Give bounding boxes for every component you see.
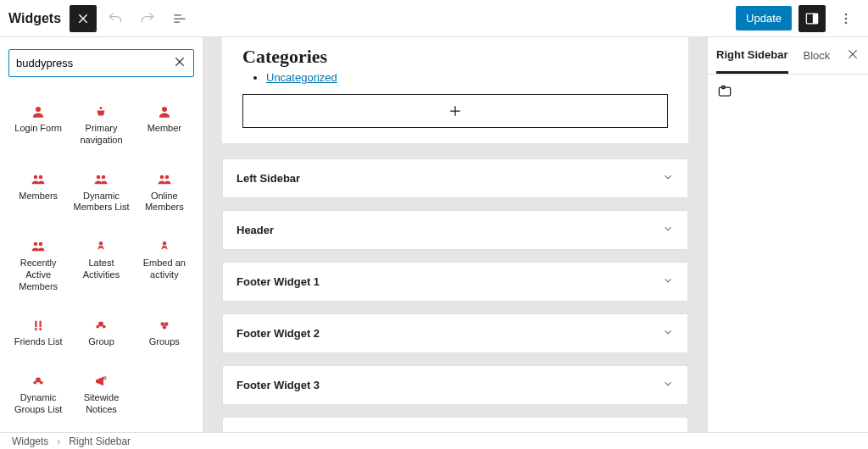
svg-point-3 xyxy=(845,17,848,19)
breadcrumb-current[interactable]: Right Sidebar xyxy=(69,435,131,447)
redo-button[interactable] xyxy=(134,5,161,32)
block-results-grid: Login FormPrimary navigationMemberMember… xyxy=(8,97,194,419)
svg-point-23 xyxy=(97,325,100,329)
group-icon xyxy=(10,370,66,392)
svg-point-27 xyxy=(163,325,167,330)
block-friends-list[interactable]: Friends List xyxy=(8,311,68,352)
svg-point-30 xyxy=(40,381,43,385)
block-label: Dynamic Groups List xyxy=(10,392,66,416)
area-label: Footer Widget 3 xyxy=(236,379,320,391)
block-label: Login Form xyxy=(10,123,66,135)
editor-canvas: Categories Uncategorized Left SidebarHea… xyxy=(203,37,707,432)
undo-button[interactable] xyxy=(102,5,129,32)
widget-area-icon xyxy=(716,90,733,103)
svg-point-11 xyxy=(102,175,106,179)
breadcrumb-root[interactable]: Widgets xyxy=(12,435,48,447)
svg-point-4 xyxy=(845,21,848,24)
block-label: Online Members xyxy=(136,191,192,214)
block-online-members[interactable]: Online Members xyxy=(135,165,194,218)
toolbar-left: Widgets xyxy=(8,5,193,32)
groups-icon xyxy=(136,314,192,336)
widget-heading: Categories xyxy=(242,46,668,68)
block-label: Recently Active Members xyxy=(10,258,66,292)
block-dynamic-groups-list[interactable]: Dynamic Groups List xyxy=(8,367,68,419)
widget-area-footer-widget-2[interactable]: Footer Widget 2 xyxy=(222,313,688,353)
block-label: Groups xyxy=(136,336,192,348)
chevron-down-icon xyxy=(662,326,674,341)
block-label: Member xyxy=(136,123,192,135)
undo-icon xyxy=(107,10,124,27)
svg-point-15 xyxy=(39,242,43,247)
area-label: Header xyxy=(236,224,274,236)
category-link[interactable]: Uncategorized xyxy=(266,71,337,84)
block-sitewide-notices[interactable]: Sitewide Notices xyxy=(71,367,131,419)
search-input-wrap[interactable] xyxy=(8,49,194,77)
block-groups[interactable]: Groups xyxy=(135,311,194,352)
users-icon xyxy=(136,169,192,191)
chevron-right-icon: › xyxy=(57,435,60,447)
chevron-down-icon xyxy=(662,223,674,237)
group-icon xyxy=(73,314,129,336)
widget-area-header[interactable]: Header xyxy=(222,210,688,250)
activity-icon xyxy=(136,236,192,258)
chevron-down-icon xyxy=(662,274,674,289)
users-icon xyxy=(10,236,66,258)
block-group[interactable]: Group xyxy=(71,311,131,352)
svg-point-12 xyxy=(160,175,164,179)
close-settings-button[interactable] xyxy=(846,47,860,64)
page-title: Widgets xyxy=(8,11,61,26)
svg-rect-1 xyxy=(813,14,818,24)
block-primary-navigation[interactable]: Primary navigation xyxy=(71,97,131,150)
list-view-button[interactable] xyxy=(166,5,193,32)
right-sidebar-area: Categories Uncategorized xyxy=(222,37,688,143)
settings-tabs: Right Sidebar Block xyxy=(708,37,868,75)
redo-icon xyxy=(139,10,156,27)
widget-area-left-sidebar[interactable]: Left Sidebar xyxy=(222,158,688,198)
more-options-button[interactable] xyxy=(832,5,860,32)
settings-body xyxy=(708,75,868,111)
block-latest-activities[interactable]: Latest Activities xyxy=(71,232,131,296)
block-members[interactable]: Members xyxy=(8,165,68,218)
block-login-form[interactable]: Login Form xyxy=(8,97,68,150)
nav-icon xyxy=(73,101,129,123)
block-label: Dynamic Members List xyxy=(73,191,129,214)
search-input[interactable] xyxy=(16,57,173,69)
svg-point-21 xyxy=(39,328,42,330)
update-button[interactable]: Update xyxy=(736,6,792,30)
chevron-down-icon xyxy=(662,171,674,186)
widget-area-footer-widget-1[interactable]: Footer Widget 1 xyxy=(222,262,688,302)
clear-search-icon[interactable] xyxy=(173,55,186,71)
tab-widget-area[interactable]: Right Sidebar xyxy=(716,38,788,74)
block-recently-active-members[interactable]: Recently Active Members xyxy=(8,232,68,296)
breadcrumb: Widgets › Right Sidebar xyxy=(0,432,868,449)
widget-area-footer-widget-4[interactable]: Footer Widget 4 xyxy=(222,417,688,432)
block-label: Latest Activities xyxy=(73,258,129,281)
block-label: Members xyxy=(10,191,66,202)
tab-block[interactable]: Block xyxy=(804,39,831,72)
settings-toggle-button[interactable] xyxy=(798,5,826,32)
svg-point-5 xyxy=(36,107,41,112)
users-icon xyxy=(73,169,129,191)
settings-sidebar: Right Sidebar Block xyxy=(707,37,868,432)
svg-point-14 xyxy=(34,242,38,247)
close-inserter-button[interactable] xyxy=(70,5,97,32)
svg-point-22 xyxy=(98,322,103,327)
user-icon xyxy=(136,101,192,123)
block-member[interactable]: Member xyxy=(135,97,194,150)
svg-point-29 xyxy=(34,381,37,385)
svg-point-17 xyxy=(163,241,167,246)
svg-point-20 xyxy=(35,328,37,330)
top-bar: Widgets Update xyxy=(0,0,868,37)
svg-point-24 xyxy=(103,325,106,329)
user-icon xyxy=(10,101,66,123)
area-label: Footer Widget 1 xyxy=(236,275,320,288)
widget-area-footer-widget-3[interactable]: Footer Widget 3 xyxy=(222,365,688,405)
block-embed-an-activity[interactable]: Embed an activity xyxy=(135,232,194,296)
friends-icon xyxy=(10,314,66,336)
block-label: Friends List xyxy=(10,336,66,348)
add-block-button[interactable] xyxy=(242,94,668,128)
block-dynamic-members-list[interactable]: Dynamic Members List xyxy=(71,165,131,218)
svg-point-16 xyxy=(99,241,103,246)
svg-point-26 xyxy=(164,323,169,327)
block-label: Group xyxy=(73,336,129,348)
